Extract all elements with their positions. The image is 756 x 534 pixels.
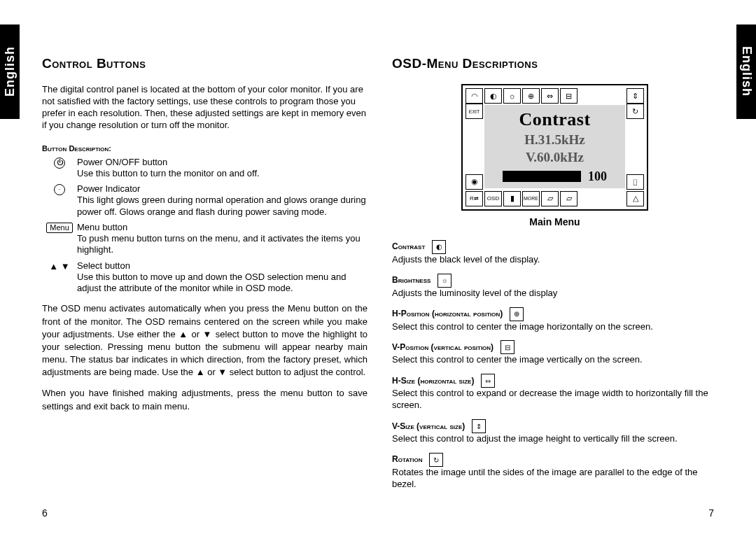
osd-title: Contrast	[487, 109, 622, 130]
button-row-indicator: · Power IndicatorThis light glows green …	[42, 183, 368, 218]
right-column: OSD-Menu Descriptions ◠ ◐ ☼ ⊕ ⇔ ⊟ ⇕ EXIT…	[392, 56, 718, 498]
finish-paragraph: When you have finished making adjustment…	[42, 387, 368, 412]
osd-top-icon: ⇔	[541, 88, 559, 104]
osd-bottom-icon: MORE	[522, 191, 540, 206]
language-tab-right: English	[736, 24, 756, 119]
osd-bottom-icon: R⇄	[465, 191, 483, 206]
osd-side-icon: ⌷	[626, 174, 644, 190]
item-hsize: H-Size (horizontal size)⇔Select this con…	[392, 374, 718, 412]
osd-bottom-icon: ▱	[541, 191, 559, 206]
osd-side-icon: ◉	[465, 174, 483, 190]
left-column: Control Buttons The digital control pane…	[42, 56, 368, 413]
button-row-select: ▲ ▼ Select buttonUse this button to move…	[42, 260, 368, 295]
language-tab-left: English	[0, 24, 20, 119]
page-number-right: 7	[708, 507, 714, 519]
button-row-power: ⏻ Power ON/OFF buttonUse this button to …	[42, 157, 368, 180]
main-menu-caption: Main Menu	[529, 216, 580, 227]
osd-top-icon: ⊟	[560, 88, 578, 104]
osd-activation-paragraph: The OSD menu activates automatically whe…	[42, 302, 368, 379]
osd-top-icon: ◠	[465, 88, 483, 104]
osd-bottom-icon: ▮	[503, 191, 521, 206]
vpos-icon: ⊟	[500, 340, 514, 354]
rotation-icon: ↻	[429, 453, 443, 467]
menu-icon: Menu	[42, 222, 77, 256]
manual-spread: English English Control Buttons The digi…	[0, 0, 756, 534]
osd-bottom-icon: ▱	[560, 191, 578, 206]
osd-top-icon: ⊕	[522, 88, 540, 104]
osd-top-icon: ◐	[484, 88, 502, 104]
brightness-icon: ☼	[438, 274, 451, 288]
hpos-icon: ⊕	[510, 307, 524, 321]
power-icon: ⏻	[42, 157, 77, 180]
indicator-icon: ·	[42, 183, 77, 218]
osd-hfreq: H.31.5kHz	[487, 133, 622, 148]
osd-progress-bar	[503, 171, 581, 182]
osd-screen: ◠ ◐ ☼ ⊕ ⇔ ⊟ ⇕ EXIT ◉ Contrast H.31.5kHz	[461, 84, 648, 211]
osd-side-icon: ↻	[626, 104, 644, 119]
vsize-icon: ⇕	[472, 419, 486, 433]
contrast-icon: ◐	[432, 240, 446, 254]
osd-bottom-icon: △	[626, 191, 644, 206]
item-vposition: V-Position (vertical position)⊟Select th…	[392, 340, 718, 366]
page-number-left: 6	[42, 507, 48, 519]
osd-top-icon: ☼	[503, 88, 521, 104]
item-hposition: H-Position (horizontal position)⊕Select …	[392, 307, 718, 333]
osd-exit-icon: EXIT	[465, 104, 483, 119]
hsize-icon: ⇔	[481, 374, 495, 388]
osd-value: 100	[588, 169, 607, 184]
button-description-heading: Button Description:	[42, 144, 368, 153]
item-contrast: Contrast◐Adjusts the black level of the …	[392, 240, 718, 266]
osd-top-icon: ⇕	[626, 88, 644, 104]
osd-center-panel: Contrast H.31.5kHz V.60.0kHz 100	[484, 105, 625, 188]
select-icon: ▲ ▼	[42, 260, 77, 295]
heading-osd-menu: OSD-Menu Descriptions	[392, 56, 718, 71]
button-row-menu: Menu Menu buttonTo push menu button turn…	[42, 222, 368, 256]
osd-bottom-icon: OSD	[484, 191, 502, 206]
intro-paragraph: The digital control panel is located at …	[42, 84, 368, 132]
osd-vfreq: V.60.0kHz	[487, 150, 622, 165]
osd-figure: ◠ ◐ ☼ ⊕ ⇔ ⊟ ⇕ EXIT ◉ Contrast H.31.5kHz	[392, 84, 718, 227]
item-vsize: V-Size (vertical size)⇕Select this contr…	[392, 419, 718, 445]
heading-control-buttons: Control Buttons	[42, 56, 368, 71]
item-rotation: Rotation↻Rotates the image until the sid…	[392, 453, 718, 491]
item-brightness: Brightness☼Adjusts the luminosity level …	[392, 274, 718, 300]
